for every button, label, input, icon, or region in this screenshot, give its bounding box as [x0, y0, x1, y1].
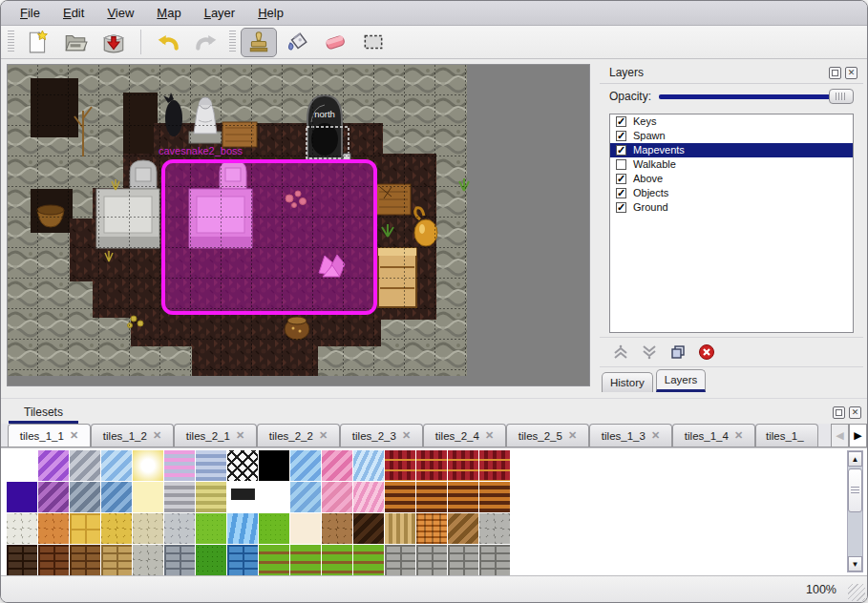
- palette-tile[interactable]: [353, 545, 384, 575]
- close-tab-icon[interactable]: ✕: [651, 429, 660, 442]
- new-file-button[interactable]: [19, 28, 55, 57]
- palette-scrollbar[interactable]: ▲ ▼: [847, 450, 863, 572]
- palette-tile[interactable]: [70, 513, 100, 544]
- palette-tile[interactable]: [101, 450, 132, 481]
- opacity-slider-handle[interactable]: [829, 89, 854, 104]
- palette-tile[interactable]: [196, 450, 226, 481]
- palette-tile[interactable]: [448, 513, 478, 544]
- tile-palette[interactable]: ▲ ▼: [1, 447, 867, 575]
- palette-tile[interactable]: [227, 450, 258, 481]
- palette-tile[interactable]: [322, 450, 352, 481]
- palette-tile[interactable]: [38, 450, 69, 481]
- palette-tile[interactable]: [322, 513, 352, 544]
- palette-tile[interactable]: [164, 450, 195, 481]
- palette-tile[interactable]: [290, 545, 321, 575]
- close-tab-icon[interactable]: ✕: [568, 429, 577, 442]
- palette-tile[interactable]: [7, 513, 37, 544]
- toolbar-drag-handle[interactable]: [8, 31, 14, 53]
- close-panel-icon[interactable]: ✕: [845, 67, 857, 79]
- redo-button[interactable]: [188, 28, 224, 57]
- palette-tile[interactable]: [479, 482, 510, 512]
- palette-tile[interactable]: [385, 545, 415, 575]
- palette-tile[interactable]: [353, 482, 384, 512]
- close-tab-icon[interactable]: ✕: [734, 429, 743, 442]
- palette-tile[interactable]: [164, 482, 195, 512]
- palette-tile[interactable]: [416, 513, 447, 544]
- palette-tile[interactable]: [259, 450, 289, 481]
- scrollbar-track[interactable]: [848, 467, 862, 556]
- close-tab-icon[interactable]: ✕: [485, 429, 494, 442]
- palette-tile[interactable]: [196, 545, 226, 575]
- menu-item-help[interactable]: Help: [246, 2, 295, 24]
- palette-tile[interactable]: [133, 513, 163, 544]
- dock-tab-layers[interactable]: Layers: [656, 369, 707, 392]
- palette-tile[interactable]: [70, 545, 100, 575]
- palette-tile[interactable]: [227, 513, 258, 544]
- palette-tile[interactable]: [416, 482, 447, 512]
- close-tab-icon[interactable]: ✕: [70, 429, 78, 442]
- scrollbar-thumb[interactable]: [848, 468, 862, 512]
- tileset-tab-tiles_2_3[interactable]: tiles_2_3✕: [340, 424, 423, 447]
- float-tilesets-icon[interactable]: [833, 406, 845, 419]
- palette-tile[interactable]: [7, 450, 37, 481]
- resize-grip[interactable]: [848, 584, 865, 601]
- layer-checkbox-ground[interactable]: ✓: [616, 202, 626, 213]
- eraser-tool-button[interactable]: [317, 28, 353, 57]
- palette-tile[interactable]: [385, 450, 415, 481]
- lower-layer-button[interactable]: [640, 343, 659, 362]
- palette-tile[interactable]: [290, 513, 321, 544]
- tileset-tab-tiles_2_4[interactable]: tiles_2_4✕: [423, 424, 506, 447]
- menu-item-map[interactable]: Map: [145, 2, 192, 24]
- tileset-tab-tiles_1_4[interactable]: tiles_1_4✕: [672, 424, 755, 447]
- layer-row-above[interactable]: ✓Above: [610, 172, 853, 186]
- palette-tile[interactable]: [353, 450, 384, 481]
- palette-tile[interactable]: [416, 545, 447, 575]
- palette-tile[interactable]: [101, 513, 132, 544]
- palette-tile[interactable]: [38, 513, 69, 544]
- tileset-tab-tiles_1_1[interactable]: tiles_1_1✕: [8, 424, 91, 447]
- toolbar-drag-handle-2[interactable]: [229, 31, 236, 53]
- palette-tile[interactable]: [385, 513, 415, 544]
- palette-tile[interactable]: [416, 450, 447, 481]
- close-tab-icon[interactable]: ✕: [319, 429, 328, 442]
- rect-select-tool-button[interactable]: [355, 28, 392, 57]
- scroll-tabs-right-icon[interactable]: ▶: [849, 424, 867, 447]
- menu-item-edit[interactable]: Edit: [52, 2, 95, 24]
- dock-splitter[interactable]: [590, 59, 600, 392]
- scroll-down-icon[interactable]: ▼: [848, 556, 862, 572]
- stamp-tool-button[interactable]: [241, 28, 277, 57]
- map-canvas[interactable]: north: [7, 64, 590, 386]
- palette-tile[interactable]: [7, 545, 37, 575]
- palette-tile[interactable]: [38, 545, 69, 575]
- palette-tile[interactable]: [479, 545, 510, 575]
- tileset-tab-tiles_1_2[interactable]: tiles_1_2✕: [91, 424, 174, 447]
- palette-tile[interactable]: [133, 450, 163, 481]
- palette-tile[interactable]: [38, 482, 69, 512]
- duplicate-layer-button[interactable]: [668, 343, 688, 362]
- scroll-up-icon[interactable]: ▲: [848, 451, 862, 467]
- layer-checkbox-objects[interactable]: ✓: [616, 188, 626, 198]
- tileset-tab-tiles_1_3[interactable]: tiles_1_3✕: [589, 424, 672, 447]
- opacity-slider-track[interactable]: [659, 94, 850, 99]
- palette-tile[interactable]: [259, 545, 289, 575]
- palette-tile[interactable]: [164, 513, 195, 544]
- palette-tile[interactable]: [353, 513, 384, 544]
- layer-row-keys[interactable]: ✓Keys: [610, 114, 853, 129]
- close-tilesets-icon[interactable]: ✕: [849, 406, 861, 419]
- palette-tile[interactable]: [133, 545, 163, 575]
- palette-tile[interactable]: [133, 482, 163, 512]
- raise-layer-button[interactable]: [611, 343, 630, 362]
- layer-row-walkable[interactable]: Walkable: [610, 157, 853, 172]
- tileset-tab-tiles_1[interactable]: tiles_1_: [755, 424, 818, 447]
- layer-row-mapevents[interactable]: ✓Mapevents: [610, 143, 853, 157]
- delete-layer-button[interactable]: [697, 343, 716, 362]
- tileset-tab-tiles_2_2[interactable]: tiles_2_2✕: [257, 424, 340, 447]
- layer-checkbox-spawn[interactable]: ✓: [616, 131, 626, 141]
- close-tab-icon[interactable]: ✕: [236, 429, 244, 442]
- palette-tile[interactable]: [259, 513, 289, 544]
- layer-row-spawn[interactable]: ✓Spawn: [610, 129, 853, 143]
- scroll-tabs-left-icon[interactable]: ◀: [831, 424, 849, 447]
- palette-tile[interactable]: [227, 545, 258, 575]
- palette-tile[interactable]: [196, 513, 226, 544]
- close-tab-icon[interactable]: ✕: [153, 429, 161, 442]
